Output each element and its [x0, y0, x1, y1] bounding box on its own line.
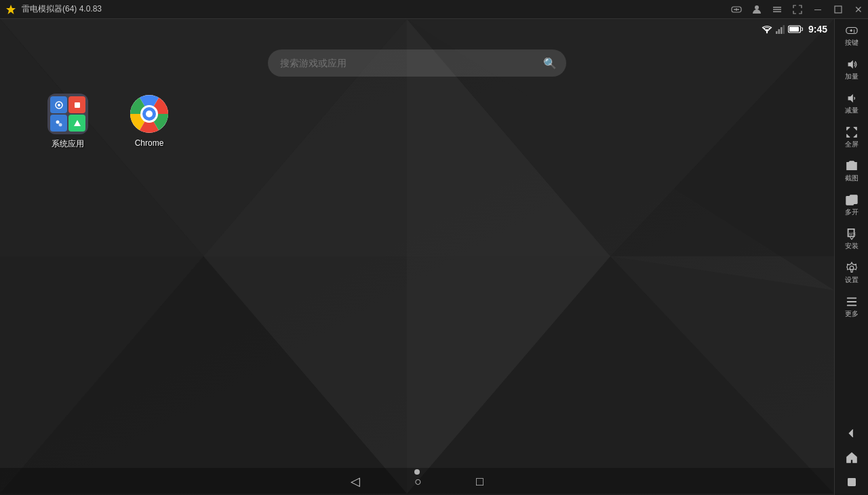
- svg-rect-7: [773, 7, 781, 8]
- signal-icon: [776, 24, 785, 34]
- back-sidebar-icon: [846, 427, 858, 439]
- svg-point-37: [58, 123, 62, 126]
- svg-rect-59: [846, 301, 856, 302]
- svg-point-41: [146, 111, 153, 117]
- svg-marker-0: [6, 5, 16, 14]
- more-icon: [846, 296, 858, 308]
- svg-rect-10: [835, 6, 842, 13]
- svg-point-3: [738, 9, 739, 10]
- svg-rect-32: [789, 27, 799, 32]
- recent-sidebar-icon: [846, 476, 858, 488]
- svg-point-36: [56, 120, 59, 123]
- svg-marker-47: [848, 60, 852, 69]
- sidebar-back[interactable]: [835, 422, 868, 446]
- sys-apps-icon[interactable]: 系统应用: [41, 94, 95, 150]
- svg-rect-58: [846, 298, 856, 299]
- recent-btn[interactable]: □: [476, 475, 484, 489]
- chrome-icon: [129, 94, 170, 134]
- screenshot-icon: [846, 160, 858, 172]
- sys-apps-label: 系统应用: [52, 138, 84, 150]
- sidebar-fullscreen-label: 全屏: [845, 140, 859, 149]
- svg-point-26: [766, 32, 768, 33]
- chrome-icon-container[interactable]: Chrome: [122, 94, 176, 150]
- svg-point-6: [755, 5, 759, 9]
- svg-rect-30: [783, 25, 785, 34]
- sidebar-volume-up-label: 加量: [845, 72, 859, 81]
- sidebar-multi[interactable]: 多开: [835, 189, 868, 222]
- svg-rect-9: [773, 11, 781, 12]
- sys-apps-grid: [47, 94, 88, 134]
- volume-up-icon: [846, 58, 858, 71]
- emulator-screen: 9:45 🔍 (function(){ const d = JSON.parse…: [0, 19, 834, 495]
- maximize-btn[interactable]: [829, 0, 848, 19]
- home-sidebar-icon: [846, 452, 858, 464]
- svg-point-49: [850, 164, 853, 167]
- svg-rect-51: [850, 195, 857, 204]
- multi-icon: [846, 194, 858, 206]
- sidebar-install[interactable]: APK 安装: [835, 222, 868, 256]
- controller-btn[interactable]: [727, 0, 746, 19]
- svg-point-2: [734, 9, 735, 10]
- sidebar-settings-label: 设置: [845, 275, 859, 285]
- svg-point-57: [850, 266, 853, 269]
- right-sidebar: 按键 加量 减量 全屏 截图: [834, 19, 868, 495]
- install-icon: APK: [846, 228, 858, 240]
- sidebar-more[interactable]: 更多: [835, 290, 868, 324]
- svg-rect-28: [778, 29, 780, 34]
- battery-icon: [788, 25, 803, 33]
- status-time: 9:45: [808, 24, 827, 35]
- sidebar-controller-label: 按键: [845, 38, 859, 47]
- titlebar: 雷电模拟器(64) 4.0.83 ─ ✕: [0, 0, 868, 19]
- sys-icon-cell-2: [68, 96, 85, 113]
- sys-icon-cell-3: [50, 115, 67, 132]
- fullscreen-icon: [846, 126, 858, 138]
- svg-point-34: [58, 104, 60, 106]
- sidebar-volume-up[interactable]: 加量: [835, 53, 868, 87]
- resize-btn[interactable]: [788, 0, 807, 19]
- svg-rect-27: [776, 31, 778, 34]
- user-btn[interactable]: [747, 0, 766, 19]
- sys-icon-cell-4: [68, 115, 85, 132]
- svg-text:APK: APK: [848, 232, 856, 236]
- search-input[interactable]: [268, 50, 566, 77]
- sidebar-settings[interactable]: 设置: [835, 256, 868, 290]
- wifi-icon: [761, 24, 773, 34]
- volume-down-icon: [846, 92, 858, 104]
- sidebar-install-label: 安装: [845, 241, 859, 251]
- android-nav-bar: ◁ ○ □: [0, 468, 834, 495]
- svg-rect-61: [848, 479, 855, 486]
- search-icon: 🔍: [543, 57, 557, 70]
- sidebar-volume-down[interactable]: 减量: [835, 87, 868, 121]
- svg-rect-5: [735, 9, 738, 9]
- sidebar-multi-label: 多开: [845, 207, 859, 217]
- titlebar-controls: ─ ✕: [727, 0, 868, 19]
- sidebar-controller[interactable]: 按键: [835, 19, 868, 53]
- svg-marker-48: [848, 94, 852, 103]
- svg-rect-35: [75, 102, 80, 108]
- sys-icon-cell-1: [50, 96, 67, 113]
- sidebar-screenshot-label: 截图: [845, 174, 859, 183]
- home-btn[interactable]: ○: [414, 475, 422, 489]
- svg-rect-29: [781, 27, 783, 34]
- svg-rect-60: [846, 305, 856, 306]
- controller-sidebar-icon: [846, 24, 858, 37]
- desktop-icons: 系统应用: [41, 94, 176, 150]
- sidebar-volume-down-label: 减量: [845, 106, 859, 115]
- sidebar-fullscreen[interactable]: 全屏: [835, 121, 868, 155]
- titlebar-icon: [4, 3, 18, 16]
- titlebar-title: 雷电模拟器(64) 4.0.83: [22, 3, 727, 15]
- svg-point-46: [853, 31, 854, 33]
- chrome-label: Chrome: [135, 138, 164, 148]
- back-btn[interactable]: ◁: [351, 474, 360, 489]
- minimize-btn[interactable]: ─: [808, 0, 827, 19]
- svg-rect-44: [850, 30, 852, 31]
- sidebar-toggle-btn[interactable]: [768, 0, 787, 19]
- sidebar-home[interactable]: [835, 446, 868, 471]
- settings-icon: [846, 262, 858, 274]
- sidebar-screenshot[interactable]: 截图: [835, 155, 868, 189]
- status-bar: 9:45: [0, 19, 834, 39]
- close-btn[interactable]: ✕: [849, 0, 868, 19]
- status-icons: 9:45: [761, 24, 827, 35]
- sidebar-recent[interactable]: [835, 471, 868, 495]
- android-bg: [0, 19, 834, 495]
